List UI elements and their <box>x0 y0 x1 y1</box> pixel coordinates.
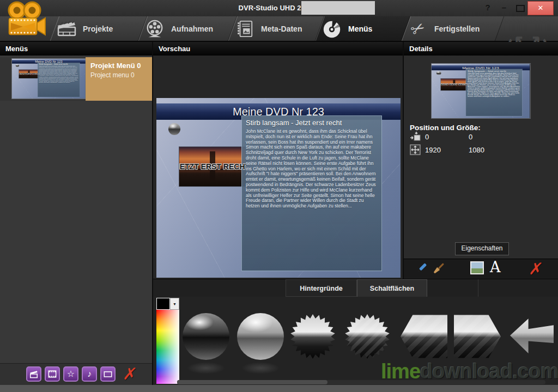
dvd-sphere-button[interactable] <box>16 64 20 67</box>
size-width-value: 1920 <box>425 146 469 154</box>
close-button[interactable]: ✕ <box>527 1 554 15</box>
color-swatch[interactable] <box>156 298 170 310</box>
menu-item-thumbnail[interactable]: Meine DVD Nr 123 JETZT ERST RECHT Stirb … <box>12 59 86 99</box>
tab-aufnahmen[interactable]: Aufnahmen <box>143 16 233 41</box>
minimize-button[interactable]: – <box>497 0 511 15</box>
app-logo-camera-icon <box>5 1 46 38</box>
tab-menus[interactable]: Menüs <box>320 16 406 41</box>
dvd-movie-title: Stirb langsam - Jetzt erst recht <box>468 70 520 73</box>
scrollbar-thumb[interactable] <box>177 380 327 384</box>
watermark-suffix: download.com <box>420 360 558 383</box>
menu-item-selection: Projekt Menü 0 Project menu 0 <box>86 57 152 101</box>
tab-meta-daten-label: Meta-Daten <box>261 24 302 33</box>
dvd-movie-thumbnail-caption: JETZT ERST RECHT <box>441 83 468 86</box>
shape-pentagon-right[interactable] <box>454 313 501 360</box>
dvd-movie-textblock[interactable]: Stirb langsam - Jetzt erst recht John Mc… <box>38 63 80 97</box>
rectangle-icon <box>102 369 113 379</box>
window-bottom-edge <box>0 385 558 392</box>
properties-button[interactable]: Eigenschaften <box>455 242 509 255</box>
tab-meta-daten[interactable]: Meta-Daten <box>233 16 320 41</box>
position-icon <box>410 131 421 142</box>
film-reel-icon <box>143 18 167 40</box>
dvd-sphere-button[interactable] <box>436 71 441 75</box>
dvd-menu-preview[interactable]: Meine DVD Nr 123 JETZT ERST RECHT Stirb … <box>156 98 401 278</box>
library-tab-strip: Hintergründe Schaltflächen <box>153 279 558 297</box>
details-panel-header: Details <box>404 42 558 56</box>
add-film-frame-button[interactable] <box>45 366 60 382</box>
details-panel: Details Meine DVD Nr 123 JETZT ERST RECH… <box>404 42 558 279</box>
delete-x-icon: ✗ <box>122 366 138 382</box>
details-thumbnail: Meine DVD Nr 123 JETZT ERST RECHT Stirb … <box>432 64 530 118</box>
app-window: DVR-Studio UHD 2 ? – ✕ <box>0 0 558 392</box>
image-tool[interactable] <box>470 261 484 274</box>
preview-panel-header: Vorschau <box>153 42 403 56</box>
help-button[interactable]: ? <box>481 0 495 15</box>
add-movie-menu-button[interactable] <box>26 366 41 382</box>
shape-sphere-light[interactable] <box>237 313 284 360</box>
dvd-disc-icon <box>320 18 344 40</box>
dvd-menu-canvas[interactable]: Meine DVD Nr 123 JETZT ERST RECHT Stirb … <box>432 64 530 118</box>
window-title: DVR-Studio UHD 2 <box>0 0 539 16</box>
size-icon <box>410 144 421 155</box>
shape-seal[interactable] <box>289 313 336 360</box>
menus-panel-header: Menüs <box>0 42 152 56</box>
menu-item-subtitle: Project menu 0 <box>90 71 152 79</box>
dvd-menu-canvas[interactable]: Meine DVD Nr 123 JETZT ERST RECHT Stirb … <box>156 98 401 278</box>
tab-aufnahmen-label: Aufnahmen <box>171 24 213 33</box>
shape-seal-striped[interactable] <box>344 313 391 360</box>
tab-strip-divider <box>478 279 478 297</box>
text-tool[interactable]: A <box>490 260 501 275</box>
dvd-menu-canvas[interactable]: Meine DVD Nr 123 JETZT ERST RECHT Stirb … <box>12 59 86 99</box>
add-rectangle-button[interactable] <box>100 366 116 382</box>
tab-schaltflaechen[interactable]: Schaltflächen <box>357 279 427 297</box>
position-row: 0 0 <box>410 131 472 142</box>
dvd-movie-textblock[interactable]: Stirb langsam - Jetzt erst recht John Mc… <box>466 69 523 117</box>
add-star-button[interactable]: ☆ <box>63 366 78 382</box>
brush-tool[interactable] <box>430 261 446 277</box>
position-x-value: 0 <box>425 133 469 141</box>
maximize-button[interactable] <box>513 0 527 15</box>
color-gradient-picker[interactable] <box>156 310 179 384</box>
dvd-movie-title: Stirb langsam - Jetzt erst recht <box>39 63 78 65</box>
tab-fertigstellen-label: Fertigstellen <box>434 24 480 33</box>
delete-element-button[interactable]: ✗ <box>528 261 544 277</box>
shape-hexagon-left[interactable] <box>401 313 447 360</box>
menus-panel: Menüs Meine DVD Nr 123 JETZT ERST RECHT … <box>0 42 152 385</box>
dvd-movie-textblock[interactable]: Stirb langsam - Jetzt erst recht John Mc… <box>241 115 382 271</box>
clapperboard-small-icon <box>28 369 39 379</box>
tab-fertigstellen[interactable]: ✂ Fertigstellen <box>406 16 500 41</box>
shape-sphere-dark[interactable] <box>183 313 229 360</box>
tab-projekte[interactable]: Projekte <box>54 16 143 41</box>
size-height-value: 1080 <box>469 146 484 154</box>
titlebar-highlight-box <box>301 1 375 15</box>
preview-panel: Vorschau Meine DVD Nr 123 JETZT ERST REC… <box>153 42 403 279</box>
dvd-movie-description: John McClane ist es gewohnt, dass ihm da… <box>246 129 378 209</box>
chevron-down-icon: ▼ <box>173 302 177 306</box>
tab-menus-label: Menüs <box>348 24 372 33</box>
color-dropdown-button[interactable]: ▼ <box>170 298 179 310</box>
title-bar: DVR-Studio UHD 2 ? – ✕ <box>0 0 558 16</box>
dvd-sphere-button[interactable] <box>168 123 180 135</box>
tab-hintergruende[interactable]: Hintergründe <box>286 279 357 297</box>
button-library-panel: ▼ limedownload.com <box>153 297 558 385</box>
scissors-icon: ✂ <box>406 18 430 40</box>
pen-tool[interactable] <box>413 261 428 277</box>
notepad-icon <box>233 18 257 40</box>
film-frame-icon <box>47 369 58 379</box>
dvd-movie-description: John McClane ist es gewohnt, dass ihm da… <box>39 66 78 83</box>
horizontal-scrollbar[interactable] <box>177 380 545 384</box>
dvd-movie-thumbnail[interactable]: JETZT ERST RECHT <box>179 147 246 186</box>
dvd-movie-thumbnail[interactable]: JETZT ERST RECHT <box>441 78 468 90</box>
dvd-movie-thumbnail-caption: JETZT ERST RECHT <box>19 73 39 75</box>
menus-toolbar: ☆ ♪ ✗ <box>0 363 152 385</box>
music-note-icon: ♪ <box>87 370 92 378</box>
dvd-movie-thumbnail[interactable]: JETZT ERST RECHT <box>19 70 39 78</box>
delete-menu-button[interactable]: ✗ <box>123 366 137 382</box>
shape-arrow-left[interactable] <box>510 313 554 360</box>
dvd-movie-thumbnail-caption: JETZT ERST RECHT <box>179 162 246 171</box>
main-toolbar: Projekte Aufnahmen <box>0 16 558 42</box>
menu-list-item[interactable]: Meine DVD Nr 123 JETZT ERST RECHT Stirb … <box>0 57 152 101</box>
menu-item-title: Projekt Menü 0 <box>90 62 152 70</box>
size-row: 1920 1080 <box>410 144 484 155</box>
add-music-button[interactable]: ♪ <box>82 366 97 382</box>
